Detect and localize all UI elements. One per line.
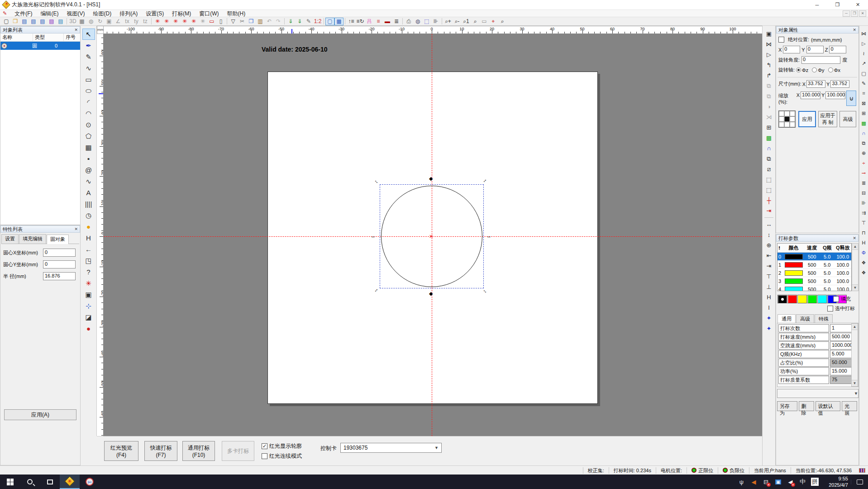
param-tab[interactable]: 通用 [777, 314, 796, 323]
property-list-close-icon[interactable]: ✕ [74, 227, 78, 231]
contrast-tool[interactable]: ◑ [763, 101, 774, 112]
dash-copy-tool[interactable]: ⬚ [763, 174, 774, 185]
add-node-tool[interactable]: ⊕ [860, 148, 868, 158]
general-mark-button[interactable]: 通用打标(F10) [182, 441, 215, 461]
minimize-button[interactable]: ─ [807, 0, 827, 10]
redo-icon[interactable]: ↷ [274, 18, 283, 25]
menu-item[interactable]: 设置(S) [142, 10, 168, 17]
download-params-icon[interactable]: ⇓ [286, 18, 295, 25]
bars-icon[interactable]: ▬ [383, 18, 392, 25]
zoom-select-icon[interactable]: ⌕ [498, 18, 507, 25]
polygon-tool[interactable]: ⬠ [82, 130, 95, 142]
param-value-field[interactable]: 500.000 [830, 333, 853, 341]
menu-item[interactable]: 编辑(E) [37, 10, 63, 17]
remote-app-icon[interactable]: ▣ [772, 475, 784, 489]
laser-mark-1-icon[interactable]: ✳ [153, 18, 162, 25]
x-position-field[interactable]: 0 [783, 46, 800, 53]
ungroup-tool[interactable]: ⧉ [763, 91, 774, 101]
undo-icon[interactable]: ↶ [265, 18, 274, 25]
mdi-restore-button[interactable]: ❐ [851, 10, 858, 17]
node-move-tool[interactable]: ✦ [763, 323, 774, 334]
close-button[interactable]: ✕ [848, 0, 868, 10]
mdi-close-button[interactable]: ✕ [859, 10, 866, 17]
new-file-icon[interactable]: ▢ [2, 18, 11, 25]
drawing-canvas[interactable]: Valid date: 2025-06-10 ↔ ↔ ↔ ↔ ◆ ◆ ↔ ↔ ✕ [104, 34, 762, 436]
grid-tool[interactable]: ▦ [82, 142, 95, 153]
mark-selected-checkbox[interactable]: 选中打标 [827, 305, 855, 312]
output-port-tool[interactable]: ◳ [82, 255, 95, 266]
axis-tool[interactable]: Φ [860, 248, 868, 258]
color-swatch[interactable] [797, 295, 807, 303]
move-to-point-tool[interactable]: ⇥ [763, 206, 774, 216]
equal-vspace-tool[interactable]: I [763, 302, 774, 313]
arc-fit-tool[interactable]: ∩ [860, 128, 868, 138]
reset-view-icon[interactable]: ▣ [105, 18, 114, 25]
property-tab[interactable]: 设置 [1, 234, 19, 244]
hspace-tool[interactable]: H [860, 238, 868, 248]
apply-to-copy-button[interactable]: 应用于再 制 [818, 111, 837, 127]
print-icon[interactable]: ⎙ [404, 18, 413, 25]
dup-tool[interactable]: ⧉ [860, 138, 868, 148]
axis-tx-icon[interactable]: tx [123, 18, 132, 25]
apply-a-button[interactable]: 应用(A) [4, 409, 76, 420]
control-card-select[interactable]: 19303675 ▼ [340, 443, 442, 453]
color-list-icon[interactable]: ≡ [374, 18, 383, 25]
list-tool[interactable]: ≣ [860, 178, 868, 188]
laser-mark-5-icon[interactable]: ✳ [189, 18, 198, 25]
param-tab[interactable]: 高级 [796, 314, 814, 323]
red-continuous-checkbox[interactable]: 红光连续模式 [262, 452, 302, 460]
node-a-tool[interactable]: ❖ [860, 258, 868, 268]
restore-button[interactable]: ❐ [827, 0, 848, 10]
param-value-field[interactable]: 1 [830, 324, 853, 332]
split-tool[interactable]: ┼ [763, 195, 774, 206]
mark-window-icon[interactable]: ▦ [334, 18, 343, 25]
flow-tool[interactable]: ⇉ [860, 208, 868, 218]
bezier-tool[interactable]: ✒ [82, 40, 95, 51]
col-name[interactable]: 名称 [0, 34, 33, 41]
filter-icon[interactable]: ▽ [229, 18, 238, 25]
frame-tool[interactable]: ▣ [763, 29, 774, 39]
copy-icon[interactable]: ❐ [247, 18, 256, 25]
pen-row[interactable]: 0 500 5.0 100.0 [777, 253, 851, 261]
dash-paste-tool[interactable]: ⬚ [763, 185, 774, 195]
array-tool[interactable]: ⊞ [763, 122, 774, 133]
zoom-fit-icon[interactable]: ⌕ [471, 18, 480, 25]
axis-x-radio[interactable]: Φx [828, 67, 840, 73]
select-tool[interactable]: ↖ [82, 29, 95, 40]
abs-pos-checkbox[interactable] [778, 37, 784, 43]
save-g-icon[interactable]: ▤ [56, 18, 65, 25]
field-input[interactable]: 0 [43, 260, 76, 268]
mark-params-close-icon[interactable]: ✕ [853, 236, 856, 240]
color-array-tool[interactable]: ▩ [763, 133, 774, 143]
text-tool[interactable]: A [82, 187, 95, 198]
param-action-button[interactable]: 另存为 [777, 401, 797, 411]
param-value-field[interactable]: 15.000 [830, 367, 853, 375]
language-icon[interactable]: ◍ [413, 18, 422, 25]
lock-aspect-button[interactable]: ⊍ [846, 91, 856, 106]
open-file-icon[interactable]: ❐ [11, 18, 20, 25]
scroll-down-icon[interactable]: ▼ [852, 284, 858, 291]
align-left-tool[interactable]: ⇤ [763, 250, 774, 261]
pen-row[interactable]: 2 500 5.0 100.0 [777, 269, 851, 277]
scale-y-field[interactable]: 100.000 [825, 91, 845, 99]
mdi-minimize-button[interactable]: ─ [843, 10, 850, 17]
play-tool[interactable]: ▷ [860, 38, 868, 48]
arc3-tool[interactable]: ◠ [82, 108, 95, 119]
demo-apple-tool[interactable]: ● [82, 323, 95, 334]
rotate-left-tool[interactable]: ↰ [763, 60, 774, 70]
taskbar-app-snip[interactable]: ✄ [80, 475, 100, 489]
fill-pattern-tool[interactable]: ▩ [860, 118, 868, 128]
align-top-tool[interactable]: ⊤ [763, 271, 774, 282]
param-action-button[interactable]: 光斑 [842, 401, 857, 411]
pen-row[interactable]: 4 500 5.0 100.0 [777, 285, 851, 291]
curve-tool[interactable]: ≀ [860, 48, 868, 58]
task-view-button[interactable] [40, 475, 60, 489]
align-bottom-tool[interactable]: ⊥ [763, 282, 774, 292]
node-snap-tool[interactable]: ✦ [763, 313, 774, 323]
preview-window-icon[interactable]: ▢ [325, 18, 334, 25]
menu-item[interactable]: 排列(A) [115, 10, 142, 17]
start-button[interactable] [0, 475, 20, 489]
color-swatch[interactable] [777, 295, 787, 303]
param-list-scrollbar[interactable]: ▲ ▼ [851, 323, 858, 387]
red-preview-button[interactable]: 红光预览(F4) [104, 441, 138, 461]
